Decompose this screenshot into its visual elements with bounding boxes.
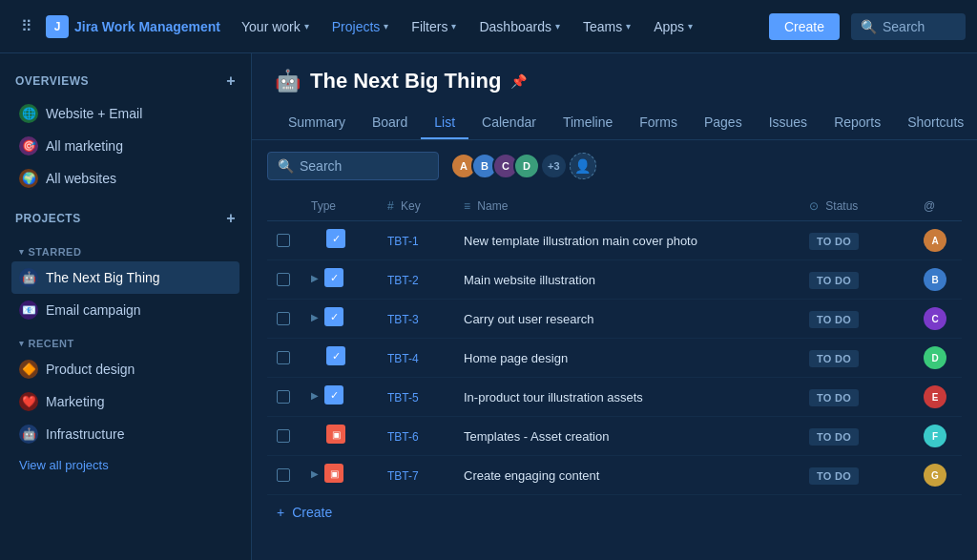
sidebar-item-marketing[interactable]: ❤️ Marketing	[11, 385, 239, 418]
task-key[interactable]: TBT-5	[387, 391, 419, 404]
chevron-down-icon: ▾	[304, 21, 309, 31]
nav-filters[interactable]: Filters ▾	[402, 13, 466, 40]
task-type-check-icon: ✓	[326, 346, 345, 365]
tab-list[interactable]: List	[421, 107, 468, 139]
tab-timeline[interactable]: Timeline	[550, 107, 626, 139]
status-badge[interactable]: TO DO	[809, 350, 859, 367]
status-badge[interactable]: TO DO	[809, 233, 859, 250]
task-key[interactable]: TBT-2	[387, 274, 419, 287]
assignee-avatar[interactable]: G	[924, 464, 946, 487]
task-key[interactable]: TBT-3	[387, 313, 419, 326]
row-checkbox[interactable]	[277, 312, 290, 325]
avatar[interactable]: D	[513, 153, 540, 179]
tab-board[interactable]: Board	[359, 107, 421, 139]
assignee-avatar[interactable]: E	[924, 385, 946, 408]
add-project-icon[interactable]: +	[226, 210, 236, 227]
chevron-down-icon: ▾	[451, 21, 456, 31]
table-row: ▶▣TBT-7Create engaging contentTO DOG	[267, 456, 962, 495]
status-badge[interactable]: TO DO	[809, 389, 859, 406]
tab-issues[interactable]: Issues	[756, 107, 821, 139]
assignee-avatar[interactable]: A	[924, 229, 946, 252]
row-checkbox[interactable]	[277, 351, 290, 364]
all-marketing-icon: 🎯	[19, 136, 38, 156]
tab-reports[interactable]: Reports	[821, 107, 894, 139]
nav-your-work[interactable]: Your work ▾	[232, 13, 319, 40]
infrastructure-icon: 🤖	[19, 425, 38, 444]
assignee-avatar[interactable]: D	[924, 346, 946, 369]
list-icon: ≡	[464, 199, 470, 213]
sidebar-item-product-design[interactable]: 🔶 Product design	[11, 353, 239, 385]
nav-apps[interactable]: Apps ▾	[644, 13, 702, 40]
assignee-avatar[interactable]: F	[924, 425, 946, 447]
task-name[interactable]: Templates - Asset creation	[454, 417, 800, 456]
nav-projects[interactable]: Projects ▾	[322, 13, 399, 40]
task-name[interactable]: Home page design	[454, 339, 800, 378]
email-campaign-icon: 📧	[19, 301, 38, 320]
avatar-overflow-count[interactable]: +3	[542, 155, 566, 177]
row-checkbox[interactable]	[277, 429, 290, 443]
tab-pages[interactable]: Pages	[691, 107, 756, 139]
task-search-input[interactable]: 🔍 Search	[267, 152, 439, 180]
task-key[interactable]: TBT-7	[387, 469, 419, 483]
row-checkbox[interactable]	[277, 273, 290, 286]
task-type-check-icon: ✓	[324, 385, 343, 404]
sidebar-item-infrastructure[interactable]: 🤖 Infrastructure	[11, 418, 239, 450]
row-expand-icon[interactable]: ▶	[311, 312, 319, 322]
project-title-row: 🤖 The Next Big Thing 📌	[275, 69, 954, 93]
add-member-button[interactable]: 👤	[570, 153, 596, 179]
task-table-body: ✓TBT-1New template illustration main cov…	[267, 221, 962, 495]
assignee-avatar[interactable]: C	[924, 307, 946, 330]
row-checkbox[interactable]	[277, 234, 290, 247]
chevron-down-icon: ▾	[19, 247, 25, 257]
task-name[interactable]: New template illustration main cover pho…	[454, 221, 800, 260]
tab-summary[interactable]: Summary	[275, 107, 359, 139]
row-expand-icon[interactable]: ▶	[311, 390, 319, 401]
tab-calendar[interactable]: Calendar	[468, 107, 550, 139]
assignee-avatar[interactable]: B	[924, 268, 946, 291]
pin-icon[interactable]: 📌	[510, 73, 527, 89]
status-badge[interactable]: TO DO	[809, 467, 859, 485]
tab-forms[interactable]: Forms	[626, 107, 691, 139]
view-all-projects-link[interactable]: View all projects	[11, 450, 239, 480]
task-name[interactable]: In-product tour illustration assets	[454, 378, 800, 417]
nav-dashboards[interactable]: Dashboards ▾	[469, 13, 570, 40]
app-logo[interactable]: J Jira Work Management	[46, 15, 220, 38]
sidebar-item-email-campaign[interactable]: 📧 Email campaign	[11, 294, 239, 326]
row-checkbox[interactable]	[277, 468, 290, 482]
add-overview-icon[interactable]: +	[226, 73, 236, 90]
task-key[interactable]: TBT-1	[387, 235, 419, 248]
table-row: ▶✓TBT-5In-product tour illustration asse…	[267, 378, 962, 417]
task-key[interactable]: TBT-6	[387, 430, 419, 444]
nav-teams[interactable]: Teams ▾	[573, 13, 640, 40]
tab-shortcuts[interactable]: Shortcuts	[894, 107, 977, 139]
main-content: 🤖 The Next Big Thing 📌 Summary Board Lis…	[252, 53, 977, 560]
grid-menu-icon[interactable]: ⠿	[11, 11, 42, 42]
create-task-row[interactable]: + Create	[267, 495, 962, 529]
chevron-down-icon: ▾	[688, 21, 693, 31]
task-name[interactable]: Create engaging content	[454, 456, 800, 495]
status-badge[interactable]: TO DO	[809, 311, 859, 328]
next-big-thing-icon: 🤖	[19, 268, 38, 287]
row-expand-icon[interactable]: ▶	[311, 468, 319, 479]
create-button[interactable]: Create	[769, 13, 840, 40]
hash-icon: #	[387, 199, 394, 213]
sidebar-item-next-big-thing[interactable]: 🤖 The Next Big Thing	[11, 261, 239, 294]
task-name[interactable]: Carry out user research	[454, 300, 800, 339]
table-row: ✓TBT-1New template illustration main cov…	[267, 221, 962, 260]
search-box[interactable]: 🔍 Search	[851, 13, 966, 40]
row-checkbox[interactable]	[277, 390, 290, 404]
sidebar-item-all-marketing[interactable]: 🎯 All marketing	[11, 130, 239, 162]
sidebar-starred-label: ▾ STARRED	[11, 235, 239, 261]
product-design-icon: 🔶	[19, 360, 38, 379]
table-header-row: Type # Key ≡ Name ⊙ Status	[267, 192, 962, 221]
chevron-down-icon: ▾	[626, 21, 631, 31]
task-type-story-icon: ▣	[324, 464, 343, 483]
task-table: Type # Key ≡ Name ⊙ Status	[267, 192, 962, 495]
sidebar-item-all-websites[interactable]: 🌍 All websites	[11, 162, 239, 195]
task-name[interactable]: Main website illustration	[454, 260, 800, 300]
task-key[interactable]: TBT-4	[387, 352, 419, 365]
status-badge[interactable]: TO DO	[809, 428, 859, 446]
row-expand-icon[interactable]: ▶	[311, 273, 319, 283]
status-badge[interactable]: TO DO	[809, 272, 859, 289]
sidebar-item-website-email[interactable]: 🌐 Website + Email	[11, 97, 239, 130]
